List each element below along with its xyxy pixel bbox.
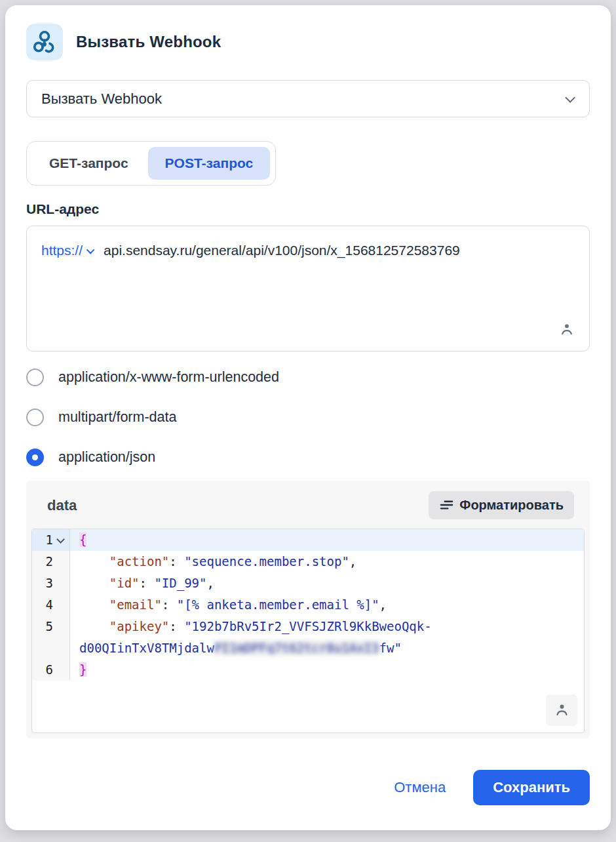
code-text: { xyxy=(70,529,584,551)
code-line[interactable]: 6} xyxy=(32,659,584,681)
format-button[interactable]: Форматировать xyxy=(429,491,574,519)
page-title: Вызвать Webhook xyxy=(76,33,221,51)
cancel-button[interactable]: Отмена xyxy=(394,779,446,796)
protocol-dropdown[interactable]: https:// xyxy=(41,243,104,258)
url-address: api.sendsay.ru/general/api/v100/json/x_1… xyxy=(104,243,460,258)
code-line[interactable]: 3 "id": "ID_99", xyxy=(32,572,584,594)
code-text: "id": "ID_99", xyxy=(70,572,584,594)
code-editor[interactable]: 1{2 "action": "sequence.member.stop",3 "… xyxy=(31,529,585,733)
person-icon xyxy=(558,321,575,338)
chevron-down-icon xyxy=(565,92,575,103)
modal-footer: Отмена Сохранить xyxy=(26,770,590,805)
code-line[interactable]: 5 "apikey": "192b7bRv5Ir2_VVFSJZRl9KkBwe… xyxy=(32,616,584,659)
action-select[interactable]: Вызвать Webhook xyxy=(26,80,590,117)
fold-chevron-icon[interactable] xyxy=(56,529,66,551)
line-number: 5 xyxy=(32,616,70,659)
method-toggle: GET-запрос POST-запрос xyxy=(26,141,276,186)
line-number: 1 xyxy=(32,529,70,551)
code-line[interactable]: 2 "action": "sequence.member.stop", xyxy=(32,551,584,572)
modal-header: Вызвать Webhook xyxy=(26,24,590,60)
url-label: URL-адрес xyxy=(26,201,590,217)
personalization-button[interactable] xyxy=(546,694,577,726)
line-number: 3 xyxy=(32,572,70,594)
protocol-value: https:// xyxy=(41,243,83,258)
line-number: 6 xyxy=(32,659,70,681)
person-icon xyxy=(553,702,571,719)
data-field-label: data xyxy=(47,497,77,514)
code-text: "action": "sequence.member.stop", xyxy=(70,551,584,572)
webhook-icon xyxy=(26,24,63,60)
radio-json[interactable]: application/json xyxy=(26,449,590,466)
post-request-button[interactable]: POST-запрос xyxy=(148,147,271,180)
line-number: 2 xyxy=(32,551,70,572)
radio-icon[interactable] xyxy=(26,409,44,426)
radio-icon[interactable] xyxy=(26,369,44,386)
url-input[interactable]: https://api.sendsay.ru/general/api/v100/… xyxy=(26,226,590,351)
get-request-button[interactable]: GET-запрос xyxy=(32,147,145,180)
personalization-button[interactable] xyxy=(554,317,580,343)
webhook-modal: Вызвать Webhook Вызвать Webhook GET-запр… xyxy=(5,5,611,830)
radio-checked-icon[interactable] xyxy=(26,449,44,466)
code-line[interactable]: 1{ xyxy=(32,529,584,551)
save-button[interactable]: Сохранить xyxy=(473,770,590,805)
code-text: "apikey": "192b7bRv5Ir2_VVFSJZRl9KkBweoQ… xyxy=(70,616,584,659)
code-lines: 1{2 "action": "sequence.member.stop",3 "… xyxy=(32,529,584,681)
format-icon xyxy=(439,498,454,513)
radio-urlencoded[interactable]: application/x-www-form-urlencoded xyxy=(26,369,590,386)
code-text: } xyxy=(70,659,584,681)
chevron-down-icon xyxy=(87,246,95,254)
code-text: "email": "[% anketa.member.email %]", xyxy=(70,594,584,616)
line-number: 4 xyxy=(32,594,70,616)
data-section: data Форматировать 1{2 "action": "sequen… xyxy=(26,481,590,738)
content-type-group: application/x-www-form-urlencoded multip… xyxy=(26,369,590,466)
action-select-value: Вызвать Webhook xyxy=(41,90,162,108)
code-line[interactable]: 4 "email": "[% anketa.member.email %]", xyxy=(32,594,584,616)
radio-multipart[interactable]: multipart/form-data xyxy=(26,409,590,426)
